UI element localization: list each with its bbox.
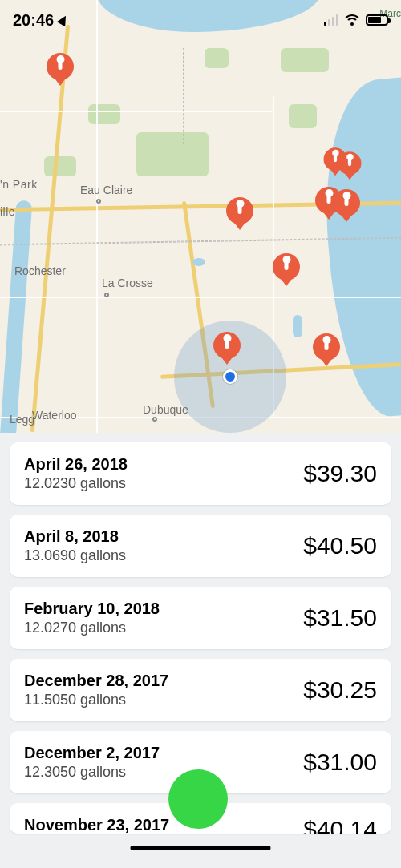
map-road bbox=[0, 297, 401, 298]
map-road bbox=[0, 111, 273, 112]
record-price: $31.00 bbox=[303, 749, 377, 776]
record-price: $40.14 bbox=[303, 816, 377, 834]
location-services-icon bbox=[57, 14, 70, 26]
map-pin[interactable] bbox=[273, 253, 300, 289]
map-green bbox=[136, 132, 209, 176]
record-gallons: 13.0690 gallons bbox=[24, 547, 126, 564]
record-date: April 26, 2018 bbox=[24, 455, 128, 474]
status-time: 20:46 bbox=[13, 11, 54, 30]
record-gallons: 11.5050 gallons bbox=[24, 692, 168, 709]
map-road bbox=[96, 0, 98, 433]
record-price: $30.25 bbox=[303, 676, 377, 704]
home-indicator[interactable] bbox=[131, 846, 271, 850]
touch-indicator bbox=[168, 769, 228, 829]
city-dot bbox=[104, 293, 109, 297]
map-water bbox=[0, 200, 32, 433]
record-price: $31.50 bbox=[303, 604, 377, 632]
record-date: April 8, 2018 bbox=[24, 527, 126, 546]
map-green bbox=[88, 104, 120, 124]
fuel-record-card[interactable]: April 26, 2018 12.0230 gallons $39.30 bbox=[10, 442, 391, 505]
map-pin[interactable] bbox=[47, 53, 74, 88]
label-la-crosse: La Crosse bbox=[102, 277, 153, 289]
map-green bbox=[205, 48, 229, 68]
map-green bbox=[44, 156, 76, 176]
wifi-icon bbox=[344, 14, 360, 26]
record-gallons: 12.3050 gallons bbox=[24, 764, 160, 781]
map-pin[interactable] bbox=[333, 189, 360, 224]
user-location-dot bbox=[223, 369, 237, 384]
record-date: December 2, 2017 bbox=[24, 744, 160, 762]
fuel-record-card[interactable]: February 10, 2018 12.0270 gallons $31.50 bbox=[10, 587, 391, 649]
label-legg: Legg bbox=[10, 413, 34, 426]
battery-icon bbox=[366, 14, 388, 26]
map-green bbox=[281, 48, 329, 72]
map-pin[interactable] bbox=[313, 333, 340, 369]
map-pin[interactable] bbox=[338, 151, 362, 181]
city-dot bbox=[152, 417, 157, 422]
map-lake bbox=[192, 258, 205, 266]
map-border bbox=[183, 48, 184, 144]
record-date: December 28, 2017 bbox=[24, 672, 168, 690]
label-waterloo: Waterloo bbox=[32, 409, 77, 422]
status-bar: 20:46 bbox=[0, 0, 401, 40]
map-view[interactable]: Eau Claire Rochester La Crosse Dubuque W… bbox=[0, 0, 401, 433]
map-lake bbox=[293, 315, 302, 337]
label-eau-claire: Eau Claire bbox=[80, 184, 132, 196]
record-gallons: 12.0230 gallons bbox=[24, 475, 128, 492]
map-green bbox=[289, 104, 317, 128]
record-price: $40.50 bbox=[303, 532, 377, 559]
map-pin[interactable] bbox=[213, 332, 241, 367]
label-n-park: 'n Park bbox=[0, 178, 38, 191]
record-price: $39.30 bbox=[303, 460, 377, 487]
map-pin[interactable] bbox=[226, 197, 253, 232]
cellular-signal-icon bbox=[324, 14, 338, 26]
label-rochester: Rochester bbox=[14, 264, 66, 277]
record-gallons: 12.0270 gallons bbox=[24, 620, 160, 636]
label-ille: ille bbox=[0, 205, 15, 218]
record-date: February 10, 2018 bbox=[24, 600, 160, 618]
record-date: November 23, 2017 bbox=[24, 816, 169, 834]
city-dot bbox=[96, 199, 101, 204]
fuel-record-card[interactable]: April 8, 2018 13.0690 gallons $40.50 bbox=[10, 515, 391, 577]
fuel-record-card[interactable]: December 28, 2017 11.5050 gallons $30.25 bbox=[10, 659, 391, 721]
